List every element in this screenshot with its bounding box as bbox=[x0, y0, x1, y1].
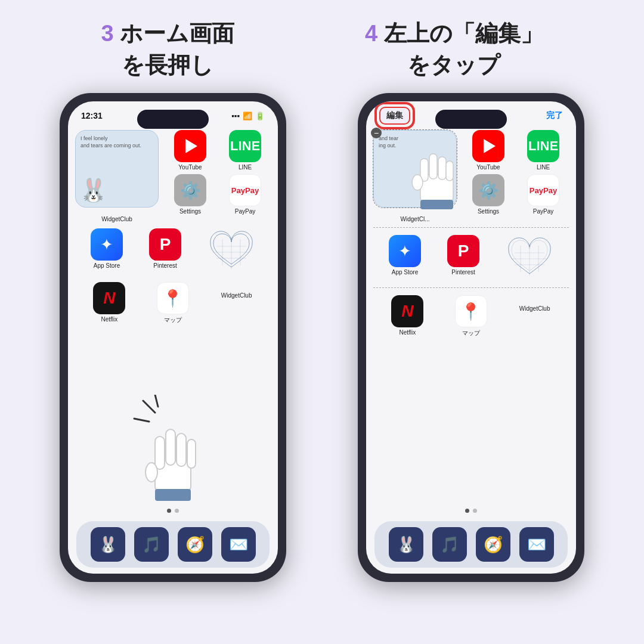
line-icon-1: LINE bbox=[229, 130, 261, 162]
app-youtube-1[interactable]: YouTube bbox=[165, 130, 216, 171]
youtube-label-1: YouTube bbox=[178, 164, 202, 171]
widgetclub-label-1: WidgetClub bbox=[75, 216, 159, 222]
phone2: 編集 完了 − and tearing out. bbox=[358, 93, 584, 582]
settings-label-2: Settings bbox=[478, 208, 499, 215]
app-maps-1[interactable]: 📍 マップ bbox=[157, 282, 189, 324]
svg-line-6 bbox=[143, 401, 155, 413]
wifi-icon: 📶 bbox=[243, 112, 252, 120]
app-wc-heart-label: WidgetClub bbox=[221, 282, 253, 299]
svg-rect-18 bbox=[429, 154, 437, 179]
app-wc-2: WidgetClub bbox=[519, 295, 551, 312]
phone2-screen: 編集 完了 − and tearing out. bbox=[366, 101, 576, 574]
dock-rabbit-2[interactable]: 🐰 bbox=[389, 527, 423, 562]
app-appstore-2[interactable]: ✦ App Store bbox=[389, 235, 421, 275]
app-pinterest-2[interactable]: P Pinterest bbox=[447, 235, 479, 275]
dock-mail-1[interactable]: ✉️ bbox=[221, 527, 256, 562]
dock-rabbit-1[interactable]: 🐰 bbox=[91, 527, 125, 562]
app-appstore-1[interactable]: ✦ App Store bbox=[91, 228, 123, 269]
settings-icon-1: ⚙️ bbox=[174, 174, 206, 206]
app-settings-2[interactable]: ⚙️ Settings bbox=[463, 174, 514, 215]
dock-music-1[interactable]: 🎵 bbox=[134, 527, 169, 562]
app-youtube-2[interactable]: YouTube bbox=[463, 130, 514, 171]
battery-icon: 🔋 bbox=[255, 112, 265, 120]
app-paypay-1[interactable]: PayPay PayPay bbox=[219, 174, 271, 215]
step4-title: 4 左上の「編集」をタップ bbox=[365, 18, 543, 81]
signal-icon: ▪▪▪ bbox=[231, 112, 240, 120]
dot2-2 bbox=[473, 509, 477, 513]
app-grid-1: YouTube LINE LINE ⚙️ Settings bbox=[165, 130, 271, 215]
app-line-2[interactable]: LINE LINE bbox=[518, 130, 569, 171]
step3-title: 3 ホーム画面を長押し bbox=[101, 18, 234, 81]
phone1-screen: 12:31 ▪▪▪ 📶 🔋 I feel lonelyand tears are… bbox=[68, 101, 278, 574]
line-icon-2: LINE bbox=[527, 130, 559, 162]
heart-label-2: WidgetClub bbox=[519, 305, 550, 312]
paypay-label-1: PayPay bbox=[235, 208, 255, 215]
paypay-icon-1: PayPay bbox=[229, 174, 261, 206]
pinterest-icon-2: P bbox=[447, 235, 479, 267]
appstore-label-2: App Store bbox=[392, 269, 418, 275]
netflix-icon-1: N bbox=[93, 282, 125, 314]
large-widget-1[interactable]: I feel lonelyand tears are coming out. 🐰 bbox=[75, 130, 159, 208]
done-text[interactable]: 完了 bbox=[546, 110, 563, 121]
dot2-1 bbox=[465, 509, 469, 513]
widgetclub-label-2: WidgetCl... bbox=[373, 216, 457, 222]
netflix-icon-2: N bbox=[391, 295, 423, 327]
settings-icon-2: ⚙️ bbox=[472, 174, 504, 206]
edit-button[interactable]: 編集 bbox=[379, 107, 410, 125]
appstore-label-1: App Store bbox=[94, 262, 120, 269]
netflix-label-1: Netflix bbox=[101, 316, 117, 323]
app-netflix-2[interactable]: N Netflix bbox=[391, 295, 423, 336]
svg-point-21 bbox=[412, 175, 423, 190]
maps-label-2: マップ bbox=[462, 329, 480, 338]
app-line-1[interactable]: LINE LINE bbox=[219, 130, 271, 171]
hand-cursor-1 bbox=[125, 395, 221, 502]
dock-music-2[interactable]: 🎵 bbox=[432, 527, 467, 562]
app-settings-1[interactable]: ⚙️ Settings bbox=[165, 174, 216, 215]
home-content-2: − and tearing out. bbox=[366, 128, 576, 504]
dynamic-island-1 bbox=[137, 110, 209, 129]
time-1: 12:31 bbox=[81, 111, 103, 120]
dock-mail-2[interactable]: ✉️ bbox=[519, 527, 554, 562]
edit-button-container: 編集 bbox=[379, 107, 410, 125]
dashed-line-2a bbox=[373, 227, 569, 228]
app-maps-2[interactable]: 📍 マップ bbox=[455, 295, 487, 338]
app-heart-2[interactable] bbox=[506, 235, 553, 283]
paypay-label-2: PayPay bbox=[533, 208, 553, 215]
svg-rect-10 bbox=[155, 436, 165, 469]
pinterest-label-1: Pinterest bbox=[153, 262, 177, 269]
app-pinterest-1[interactable]: P Pinterest bbox=[149, 228, 181, 269]
youtube-label-2: YouTube bbox=[476, 164, 500, 171]
netflix-label-2: Netflix bbox=[399, 329, 416, 336]
dock-compass-1[interactable]: 🧭 bbox=[178, 527, 212, 562]
svg-line-7 bbox=[134, 419, 149, 422]
app-row2-1: ✦ App Store P Pinterest .hline{stroke:#6… bbox=[75, 228, 271, 276]
step4-number: 4 bbox=[365, 21, 377, 46]
line-label-1: LINE bbox=[239, 164, 252, 171]
widget-row-1: I feel lonelyand tears are coming out. 🐰… bbox=[75, 130, 271, 215]
heart-svg-2 bbox=[506, 235, 553, 283]
svg-rect-15 bbox=[155, 489, 191, 501]
status-icons-1: ▪▪▪ 📶 🔋 bbox=[231, 112, 265, 120]
large-widget-2[interactable]: − and tearing out. bbox=[373, 130, 457, 208]
svg-line-8 bbox=[155, 395, 158, 407]
app-netflix-1[interactable]: N Netflix bbox=[93, 282, 125, 323]
step3-number: 3 bbox=[101, 21, 113, 46]
header-row: 3 ホーム画面を長押し 4 左上の「編集」をタップ bbox=[0, 0, 644, 87]
svg-point-14 bbox=[145, 463, 157, 482]
dock-compass-2[interactable]: 🧭 bbox=[476, 527, 510, 562]
pinterest-icon-1: P bbox=[149, 228, 181, 261]
heart-label-1: WidgetClub bbox=[221, 292, 252, 299]
dock-1: 🐰 🎵 🧭 ✉️ bbox=[76, 521, 270, 568]
heart-svg-1: .hline{stroke:#6a8ab0;stroke-width:1;fil… bbox=[208, 228, 255, 276]
pinterest-label-2: Pinterest bbox=[451, 269, 475, 275]
svg-rect-12 bbox=[177, 434, 186, 466]
maps-icon-2: 📍 bbox=[455, 295, 487, 327]
appstore-icon-2: ✦ bbox=[389, 235, 421, 267]
app-row2-2: ✦ App Store P Pinterest bbox=[373, 235, 569, 283]
app-heart-1[interactable]: .hline{stroke:#6a8ab0;stroke-width:1;fil… bbox=[208, 228, 255, 276]
line-label-2: LINE bbox=[537, 164, 550, 171]
svg-rect-22 bbox=[420, 200, 453, 209]
paypay-icon-2: PayPay bbox=[527, 174, 559, 206]
widget-rabbit-1: 🐰 bbox=[79, 177, 107, 203]
app-paypay-2[interactable]: PayPay PayPay bbox=[518, 174, 569, 215]
